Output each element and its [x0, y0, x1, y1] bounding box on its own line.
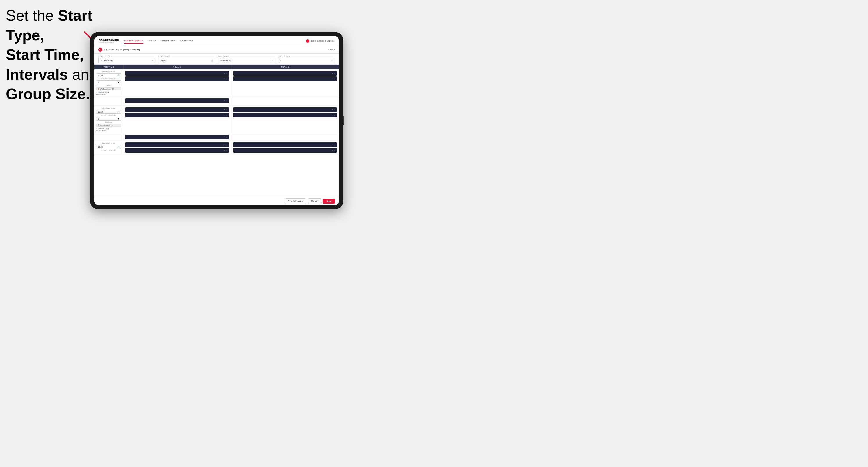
player-search-3-2[interactable]: ⌕ [226, 150, 227, 151]
starting-hole-input-1[interactable]: 1 ▼ [96, 80, 121, 84]
bold-start-type: Start Type, [6, 7, 92, 43]
start-type-label: Start Type [98, 55, 155, 57]
remove-group-btn-1[interactable]: ○ Remove Group [96, 91, 121, 93]
start-type-chevron: ▼ [152, 60, 153, 61]
add-group-btn-2[interactable]: + Add Group [96, 130, 121, 131]
starting-hole-label-2: STARTING HOLE: [96, 114, 121, 116]
nav-teams[interactable]: TEAMS [148, 38, 156, 43]
course-remove-2[interactable]: × [112, 124, 113, 126]
course-label-2: COURSE: [96, 121, 121, 123]
group-size-value: 3 [280, 59, 281, 62]
player-search-1-4[interactable]: ⌕ [334, 78, 335, 80]
player-search-3-1[interactable]: ⌕ [226, 144, 227, 146]
sign-out-link[interactable]: Sign out [327, 40, 334, 42]
table-scroll[interactable]: STARTING TIME: 10:00 🕙 STARTING HOLE: 1 … [94, 69, 339, 196]
player-row-3-1: × ⌕ [125, 143, 229, 147]
nav-separator: | [325, 40, 326, 42]
start-time-value: 10:00 [160, 59, 166, 62]
group-size-select[interactable]: 3 ▼ [278, 58, 335, 63]
player-search-1b-1[interactable]: ⌕ [226, 100, 227, 101]
time-icon-1: 🕙 [118, 74, 120, 76]
player-search-2-3[interactable]: ⌕ [334, 109, 335, 111]
player-x-3-2[interactable]: × [224, 150, 225, 151]
player-row-2-2: × ⌕ [125, 113, 229, 118]
player-search-2-2[interactable]: ⌕ [226, 114, 227, 116]
player-row-1b-1: × ⌕ [125, 98, 229, 103]
player-row-2-1: × ⌕ [125, 107, 229, 112]
player-search-3-3[interactable]: ⌕ [334, 144, 335, 146]
course-icon-2: 🏌 [97, 124, 99, 126]
tournament-name[interactable]: Clippd Invitational (Mar) [104, 48, 128, 51]
player-x-3-3[interactable]: × [332, 144, 333, 146]
player-row-2b-1: × ⌕ [125, 135, 229, 139]
starting-time-input-3[interactable]: 10:20 🕙 [96, 145, 121, 149]
player-x-2b-1[interactable]: × [224, 136, 225, 138]
reset-changes-button[interactable]: Reset Changes [285, 198, 306, 204]
starting-hole-label-1: STARTING HOLE: [96, 78, 121, 80]
cancel-button[interactable]: Cancel [308, 198, 321, 204]
save-button[interactable]: Save [323, 198, 335, 204]
player-x-2-4[interactable]: × [332, 114, 333, 116]
nav-committee[interactable]: COMMITTEE [160, 38, 176, 43]
starting-hole-label-3: STARTING HOLE: [96, 150, 121, 151]
starting-hole-input-2[interactable]: 1 ▼ [96, 117, 121, 121]
player-row-2-3: × ⌕ [233, 107, 337, 112]
course-remove-1[interactable]: × [115, 88, 116, 90]
group-row-1b: × ⌕ [94, 97, 339, 106]
intervals-select[interactable]: 10 Minutes ▼ [218, 58, 275, 63]
team2-cell-3: × ⌕ × ⌕ [231, 141, 339, 154]
bold-start-time: Start Time, [6, 46, 84, 63]
back-button[interactable]: ‹ Back [328, 48, 335, 51]
group-row-1: STARTING TIME: 10:00 🕙 STARTING HOLE: 1 … [94, 69, 339, 97]
intervals-value: 10 Minutes [220, 59, 231, 62]
player-search-1-1[interactable]: ⌕ [226, 72, 227, 74]
start-time-icon: 🕙 [211, 60, 213, 62]
player-search-2b-1[interactable]: ⌕ [226, 136, 227, 138]
player-x-2-1[interactable]: × [224, 109, 225, 111]
player-search-3-4[interactable]: ⌕ [334, 150, 335, 151]
nav-tournaments[interactable]: TOURNAMENTS [124, 38, 143, 43]
player-search-1-3[interactable]: ⌕ [334, 72, 335, 74]
player-x-1b-1[interactable]: × [224, 100, 225, 101]
controls-bar: Start Type 1st Tee Start ▼ Start Time 10… [94, 54, 339, 65]
course-tag-2: 🏌 East Lake GC × [96, 124, 121, 127]
start-type-group: Start Type 1st Tee Start ▼ [98, 55, 155, 63]
start-time-select[interactable]: 10:00 🕙 [158, 58, 215, 63]
start-type-select[interactable]: 1st Tee Start ▼ [98, 58, 155, 63]
nav-rankings[interactable]: RANKINGS [180, 38, 193, 43]
remove-icon-1: ○ [96, 91, 97, 93]
tee-controls-2: STARTING TIME: 10:10 🕙 STARTING HOLE: 1 … [94, 106, 123, 133]
player-x-3-4[interactable]: × [332, 150, 333, 151]
tablet-screen: SCOREBOARD Powered by clipp.d TOURNAMENT… [94, 36, 339, 205]
add-group-btn-1[interactable]: + Add Group [96, 93, 121, 95]
course-name-2: East Lake GC [100, 124, 111, 126]
player-x-2-3[interactable]: × [332, 109, 333, 111]
player-x-1-2[interactable]: × [224, 78, 225, 80]
remove-icon-2: ○ [96, 128, 97, 129]
group-row-3: STARTING TIME: 10:20 🕙 STARTING HOLE: × … [94, 141, 339, 154]
player-x-1-1[interactable]: × [224, 72, 225, 74]
player-x-2-2[interactable]: × [224, 114, 225, 116]
remove-group-btn-2[interactable]: ○ Remove Group [96, 128, 121, 129]
group-size-group: Group Size 3 ▼ [278, 55, 335, 63]
player-row-1-4: × ⌕ [233, 76, 337, 81]
course-tag-1: 🏌 (A) Peachtree GC × [96, 87, 121, 90]
time-icon-3: 🕙 [118, 146, 120, 148]
player-search-2-1[interactable]: ⌕ [226, 109, 227, 111]
user-email: blair@clippd.io [311, 40, 324, 42]
starting-time-label-1: STARTING TIME: [96, 71, 121, 73]
group-size-chevron: ▼ [331, 60, 333, 61]
time-icon-2: 🕙 [118, 111, 120, 113]
player-x-1-3[interactable]: × [332, 72, 333, 74]
intervals-label: Intervals [218, 55, 275, 57]
player-x-3-1[interactable]: × [224, 144, 225, 146]
player-search-1-2[interactable]: ⌕ [226, 78, 227, 80]
player-x-1-4[interactable]: × [332, 78, 333, 80]
starting-time-input-2[interactable]: 10:10 🕙 [96, 110, 121, 114]
team2-cell-2b [231, 133, 339, 141]
starting-time-input-1[interactable]: 10:00 🕙 [96, 73, 121, 77]
player-search-2-4[interactable]: ⌕ [334, 114, 335, 116]
hole-chevron-1: ▼ [118, 82, 120, 84]
tee-controls-1b [94, 97, 123, 105]
team2-cell-1: × ⌕ × ⌕ [231, 69, 339, 97]
